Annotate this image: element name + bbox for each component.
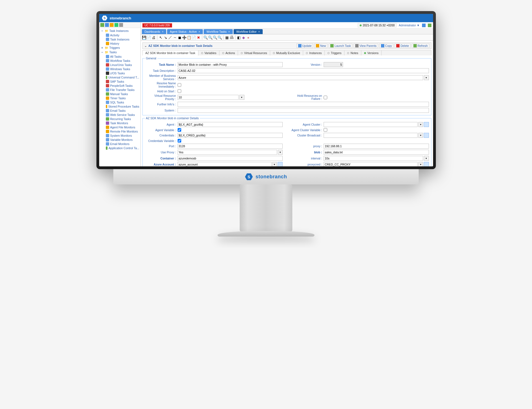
nav-workflow-tasks[interactable]: Workflow Tasks <box>105 59 140 63</box>
vr-priority-input[interactable] <box>178 95 239 100</box>
container-input[interactable] <box>178 156 283 161</box>
nav-timer-tasks[interactable]: Timer Tasks <box>105 96 140 100</box>
new-button[interactable]: New <box>314 44 328 48</box>
subtab-actions[interactable]: Actions <box>219 50 238 55</box>
picker-icon[interactable] <box>424 122 429 127</box>
task-desc-input[interactable] <box>178 68 429 73</box>
gear-icon[interactable] <box>119 23 123 27</box>
nav-email-tasks[interactable]: Email Tasks <box>105 108 140 113</box>
nav-recurring-tasks[interactable]: Recurring Tasks <box>105 117 140 121</box>
tab-dashboards[interactable]: Dashboards× <box>142 29 166 34</box>
subtab-main[interactable]: AZ SDK Monitor blob in container Task <box>143 50 198 56</box>
nav-windows-tasks[interactable]: Windows Tasks <box>105 67 140 71</box>
green-square-icon[interactable] <box>100 23 104 27</box>
save-all-icon[interactable]: 📄 <box>147 35 151 40</box>
tab-workflow-tasks[interactable]: Workflow Tasks× <box>204 29 232 34</box>
nav-activity[interactable]: Activity <box>105 33 140 37</box>
dropdown-icon[interactable]: ▾ <box>424 75 429 80</box>
dropdown-icon[interactable]: ▾ <box>418 133 423 138</box>
nav-remote-file-mon[interactable]: Remote File Monitors <box>105 129 140 133</box>
picker-icon[interactable] <box>424 162 429 166</box>
subtab-versions[interactable]: Versions <box>361 50 382 55</box>
paste-icon[interactable]: 📄 <box>192 35 196 40</box>
zoom-fit-icon[interactable]: 🔍 <box>213 35 217 40</box>
nav-all-tasks[interactable]: All Tasks <box>105 54 140 59</box>
node-icon[interactable]: ◼ <box>178 35 182 40</box>
line-icon[interactable]: ／ <box>168 35 172 40</box>
dropdown-icon[interactable]: ▾ <box>239 95 244 100</box>
save-icon[interactable]: 💾 <box>142 35 146 40</box>
cursor-icon[interactable]: ↖ <box>159 35 163 40</box>
run-icon[interactable]: ● <box>246 35 250 40</box>
picker-icon[interactable] <box>424 133 429 138</box>
nav-app-control[interactable]: Application Control Ta... <box>105 146 140 150</box>
validate-icon[interactable]: ◆ <box>242 35 246 40</box>
agent-var-checkbox[interactable] <box>178 128 181 132</box>
layout-icon[interactable]: ◧ <box>237 35 241 40</box>
hold-start-checkbox[interactable] <box>178 89 181 93</box>
tree-icon[interactable]: 品 <box>230 35 234 40</box>
update-button[interactable]: Update <box>296 44 313 48</box>
nav-manual-tasks[interactable]: Manual Tasks <box>105 92 140 96</box>
console-icon[interactable] <box>428 24 431 27</box>
delete-button[interactable]: Delete <box>395 44 410 48</box>
nav-agent-file-mon[interactable]: Agent File Monitors <box>105 125 140 129</box>
subtab-notes[interactable]: Notes <box>344 50 361 55</box>
print-icon[interactable]: 🖨 <box>152 35 156 40</box>
subtab-virtual-resources[interactable]: Virtual Resources <box>238 50 270 55</box>
zoom-in-icon[interactable]: 🔍 <box>204 35 208 40</box>
nav-task-monitors[interactable]: Task Monitors <box>105 121 140 125</box>
nav-task-instances-child[interactable]: Task Instances <box>105 37 140 41</box>
close-icon[interactable]: × <box>258 30 260 33</box>
nav-file-transfer[interactable]: File Transfer Tasks <box>105 88 140 92</box>
proxy-input[interactable] <box>324 144 429 149</box>
nav-zos-tasks[interactable]: z/OS Tasks <box>105 71 140 75</box>
copy-icon[interactable]: 📋 <box>187 35 191 40</box>
agent-cluster-var-checkbox[interactable] <box>324 128 327 132</box>
launch-task-button[interactable]: Launch Task <box>329 44 352 48</box>
dropdown-icon[interactable]: ▾ <box>278 150 283 155</box>
nav-system-monitors[interactable]: System Monitors <box>105 133 140 138</box>
view-parents-button[interactable]: View Parents <box>354 44 378 48</box>
refresh-button[interactable]: Refresh <box>412 44 429 48</box>
close-icon[interactable]: × <box>162 30 163 33</box>
nav-variable-monitors[interactable]: Variable Monitors <box>105 138 140 142</box>
dropdown-icon[interactable]: ▾ <box>272 162 277 166</box>
dropdown-icon[interactable]: ▾ <box>418 122 423 127</box>
agent-input[interactable] <box>178 122 283 127</box>
azure-account-input[interactable] <box>178 162 272 166</box>
copy-button[interactable]: Copy <box>379 44 394 48</box>
cluster-broadcast-input[interactable] <box>324 133 418 138</box>
member-biz-input[interactable] <box>178 75 423 80</box>
blob-input[interactable] <box>324 150 429 155</box>
connect-icon[interactable]: ↘ <box>163 35 168 40</box>
nav-universal-cmd[interactable]: Universal Command T... <box>105 75 140 79</box>
subtab-triggers[interactable]: Triggers <box>325 50 344 55</box>
close-icon[interactable]: × <box>198 30 200 33</box>
user-menu[interactable]: Administrator ▼ <box>399 24 420 27</box>
nav-sap-tasks[interactable]: SAP Tasks <box>105 79 140 83</box>
use-proxy-select[interactable] <box>178 150 277 155</box>
delete-icon[interactable]: ✖ <box>196 35 201 40</box>
close-icon[interactable]: × <box>228 30 230 33</box>
nav-tasks[interactable]: −📁Tasks <box>99 50 140 54</box>
bug-icon[interactable] <box>114 23 118 27</box>
subtab-instances[interactable]: Instances <box>303 50 325 55</box>
zoom-out-icon[interactable]: 🔍 <box>208 35 213 40</box>
nav-peoplesoft-tasks[interactable]: PeopleSoft Tasks <box>105 83 140 88</box>
proxycred-input[interactable] <box>324 162 418 166</box>
system-input[interactable] <box>178 108 429 113</box>
add-icon[interactable]: ➕ <box>182 35 186 40</box>
nav-sql-tasks[interactable]: SQL Tasks <box>105 100 140 104</box>
picker-icon[interactable] <box>278 162 283 166</box>
nav-task-instances[interactable]: −📁Task Instances <box>99 29 140 33</box>
help-icon[interactable] <box>422 24 426 27</box>
agent-cluster-input[interactable] <box>324 122 418 127</box>
resolve-name-checkbox[interactable] <box>178 83 181 87</box>
interval-input[interactable] <box>324 156 423 161</box>
nav-linux-tasks[interactable]: Linux/Unix Tasks <box>105 63 140 67</box>
curve-icon[interactable]: ～ <box>173 35 177 40</box>
hold-res-fail-checkbox[interactable] <box>324 96 327 99</box>
tab-workflow-editor[interactable]: Workflow Editor× <box>234 29 263 34</box>
nav-triggers[interactable]: +📁Triggers <box>99 45 140 50</box>
